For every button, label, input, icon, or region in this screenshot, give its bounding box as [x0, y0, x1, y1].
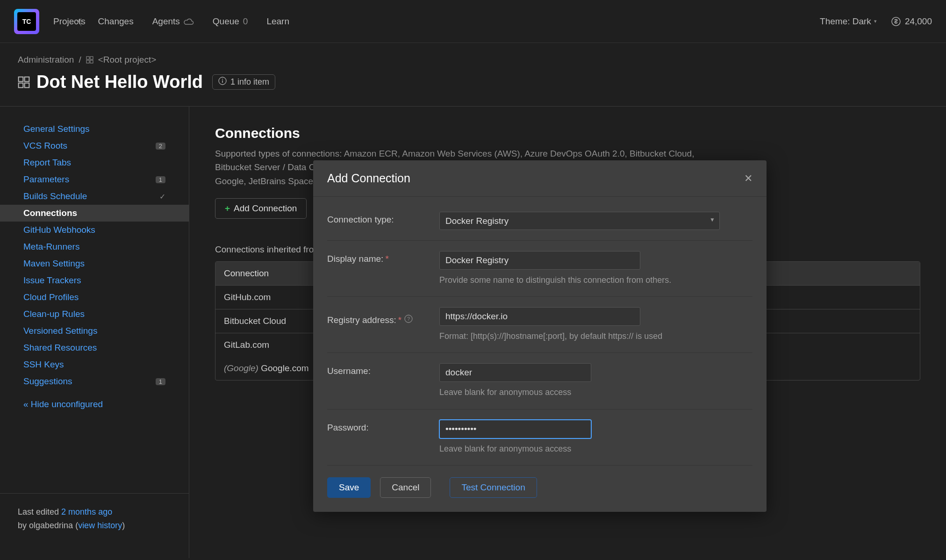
sidebar-item-label: Report Tabs: [23, 158, 71, 168]
sidebar-item-suggestions[interactable]: Suggestions1: [0, 373, 189, 390]
nav-learn[interactable]: Learn: [266, 16, 289, 27]
sidebar-item-label: General Settings: [23, 124, 90, 134]
sidebar-item-label: Versioned Settings: [23, 326, 97, 336]
last-edited-label: Last edited: [18, 507, 59, 517]
sidebar-item-shared-resources[interactable]: Shared Resources: [0, 339, 189, 356]
nav-agents[interactable]: Agents: [152, 16, 194, 27]
sidebar-item-versioned-settings[interactable]: Versioned Settings: [0, 323, 189, 339]
sidebar-item-label: Connections: [23, 208, 77, 218]
last-edited-when[interactable]: 2 months ago: [61, 507, 112, 517]
sidebar-item-label: Cloud Profiles: [23, 292, 79, 302]
svg-rect-2: [90, 57, 93, 59]
sidebar-item-ssh-keys[interactable]: SSH Keys: [0, 356, 189, 373]
sidebar-item-builds-schedule[interactable]: Builds Schedule✓: [0, 188, 189, 205]
display-name-hint: Provide some name to distinguish this co…: [439, 274, 752, 286]
crumb-root-project[interactable]: <Root project>: [98, 55, 157, 65]
registry-hint: Format: [http(s)://]hostname[:port], by …: [439, 330, 752, 342]
sidebar-item-label: Maven Settings: [23, 258, 85, 269]
sidebar-item-label: VCS Roots: [23, 141, 67, 151]
chevron-down-icon: ▾: [874, 18, 877, 24]
dialog-footer: Save Cancel Test Connection: [313, 466, 767, 512]
nav-separator: |: [80, 16, 82, 27]
dialog-header: Add Connection ✕: [313, 160, 767, 197]
sidebar-footer: Last edited 2 months ago by olgabedrina …: [0, 493, 189, 544]
sidebar-badge: 2: [156, 143, 165, 150]
crumb-administration[interactable]: Administration: [18, 55, 74, 65]
help-icon[interactable]: ?: [404, 315, 413, 323]
svg-point-10: [222, 79, 223, 80]
sidebar-item-cloud-profiles[interactable]: Cloud Profiles: [0, 289, 189, 306]
sidebar-item-issue-trackers[interactable]: Issue Trackers: [0, 272, 189, 289]
username-hint: Leave blank for anonymous access: [439, 387, 752, 398]
check-icon: ✓: [159, 192, 165, 201]
row-password: Password: Leave blank for anonymous acce…: [327, 409, 752, 466]
password-hint: Leave blank for anonymous access: [439, 443, 752, 455]
display-name-input[interactable]: [439, 251, 640, 270]
dialog-title: Add Connection: [327, 172, 410, 185]
sidebar-item-label: GitHub Webhooks: [23, 225, 95, 235]
header-right: Theme: Dark ▾ 24,000: [820, 16, 932, 27]
sidebar-item-parameters[interactable]: Parameters1: [0, 171, 189, 188]
sidebar-item-report-tabs[interactable]: Report Tabs: [0, 154, 189, 171]
google-value: Google.com: [261, 363, 308, 373]
sidebar-item-github-webhooks[interactable]: GitHub Webhooks: [0, 222, 189, 238]
sidebar-badge: 1: [156, 378, 165, 385]
theme-label: Theme: Dark: [820, 16, 871, 27]
info-pill[interactable]: 1 info item: [212, 74, 275, 90]
svg-rect-8: [25, 83, 29, 87]
registry-address-input[interactable]: [439, 307, 640, 326]
test-connection-button[interactable]: Test Connection: [450, 477, 537, 498]
page-title-text: Dot Net Hello World: [36, 72, 203, 92]
app-header: TC Projects | ▾ Changes Agents Queue 0 L…: [0, 0, 946, 43]
nav-changes[interactable]: Changes: [98, 16, 134, 27]
sidebar-item-vcs-roots[interactable]: VCS Roots2: [0, 137, 189, 154]
nav-projects[interactable]: Projects | ▾: [53, 16, 79, 27]
main-heading: Connections: [215, 125, 920, 141]
logo-text: TC: [17, 12, 36, 31]
info-text: 1 info item: [230, 77, 269, 87]
sidebar-item-label: Clean-up Rules: [23, 309, 85, 319]
row-username: Username: Leave blank for anonymous acce…: [327, 353, 752, 409]
required-asterisk: *: [385, 254, 388, 264]
add-connection-dialog: Add Connection ✕ Connection type: Docker…: [313, 160, 767, 512]
coin-icon: [891, 16, 901, 27]
sidebar-item-connections[interactable]: Connections: [0, 205, 189, 222]
breadcrumb: Administration / <Root project>: [18, 55, 928, 65]
page-title: Dot Net Hello World: [18, 72, 203, 92]
app-logo[interactable]: TC: [14, 9, 39, 34]
close-icon: ✕: [744, 172, 752, 184]
add-connection-label: Add Connection: [234, 203, 297, 214]
plus-icon: +: [225, 203, 230, 214]
hide-unconfigured[interactable]: « Hide unconfigured: [0, 395, 189, 414]
add-connection-button[interactable]: + Add Connection: [215, 198, 307, 219]
chevron-down-icon: ▾: [77, 18, 79, 25]
sidebar-item-meta-runners[interactable]: Meta-Runners: [0, 238, 189, 255]
svg-rect-3: [86, 60, 89, 63]
sidebar-item-label: Issue Trackers: [23, 275, 81, 286]
nav-queue-label: Queue: [213, 16, 239, 27]
svg-rect-5: [19, 77, 23, 81]
crumb-separator: /: [79, 55, 81, 65]
label-username: Username:: [327, 363, 439, 398]
project-icon: [86, 56, 93, 64]
label-password: Password:: [327, 420, 439, 455]
view-history-link[interactable]: view history: [78, 521, 122, 530]
sidebar-item-general-settings[interactable]: General Settings: [0, 121, 189, 137]
main-nav: Projects | ▾ Changes Agents Queue 0 Lear…: [53, 16, 289, 27]
cancel-button[interactable]: Cancel: [380, 477, 431, 498]
nav-queue[interactable]: Queue 0: [213, 16, 248, 27]
sidebar-item-label: Builds Schedule: [23, 191, 87, 201]
theme-selector[interactable]: Theme: Dark ▾: [820, 16, 877, 27]
password-input[interactable]: [439, 420, 591, 438]
svg-rect-1: [86, 57, 89, 59]
connection-type-select[interactable]: Docker Registry: [439, 212, 720, 230]
sidebar-item-label: SSH Keys: [23, 359, 64, 370]
username-input[interactable]: [439, 363, 591, 382]
sidebar-item-clean-up-rules[interactable]: Clean-up Rules: [0, 306, 189, 323]
close-button[interactable]: ✕: [744, 172, 752, 185]
label-display-name: Display name:*: [327, 251, 439, 286]
sidebar-item-maven-settings[interactable]: Maven Settings: [0, 255, 189, 272]
save-button[interactable]: Save: [327, 477, 371, 498]
credits-indicator[interactable]: 24,000: [891, 16, 932, 27]
cloud-icon: [184, 18, 194, 25]
